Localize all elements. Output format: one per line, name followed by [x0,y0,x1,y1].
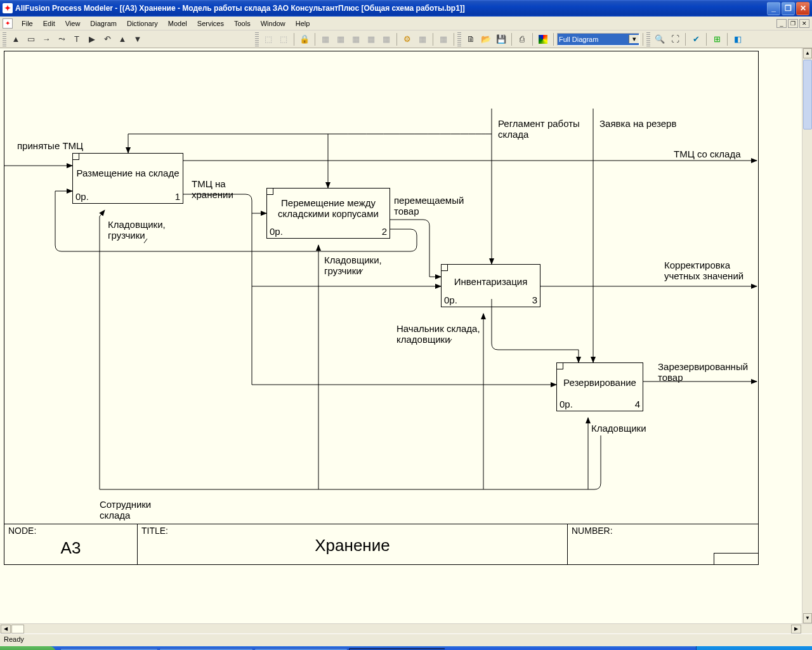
menu-model[interactable]: Model [163,18,192,29]
titlebar: ✦ AllFusion Process Modeler - [(A3) Хран… [0,0,812,17]
new-button[interactable]: 🗎 [464,32,478,46]
label-output-2: Корректировка учетных значений [664,260,753,282]
menu-file[interactable]: File [16,18,38,29]
horizontal-scrollbar[interactable]: ◀ ▶ [0,623,812,633]
scroll-thumb[interactable] [803,60,812,129]
tb-grey-6: ▦ [364,32,378,46]
undo-button[interactable]: ↶ [100,32,114,46]
nav-down-button[interactable]: ▼ [131,32,145,46]
activity-number: 1 [175,191,180,202]
zoom-select[interactable]: Full Diagram▾ [557,33,639,46]
label-mech-2: Кладовщики, грузчики [324,255,394,277]
toolbar-grip-4[interactable] [646,32,650,46]
close-button[interactable]: ✕ [796,2,809,15]
tb-grey-8: ▦ [416,32,429,46]
minimize-button[interactable]: _ [767,2,780,15]
label-moved: перемещаемый товар [394,195,470,217]
title-label: TITLE: [141,526,563,536]
toolbar: ▲ ▭ → ⤳ T ▶ ↶ ▲ ▼ ⬚ ⬚ 🔒 ▦ ▦ ▦ ▦ ▦ ⚙ ▦ ▦ … [0,30,812,48]
diagram-canvas[interactable]: Размещение на складе 0р. 1 Перемещение м… [4,51,759,565]
activity-box-2[interactable]: Перемещение между складскими корпусами 0… [266,188,390,239]
activity-number: 4 [635,399,640,409]
node-value: A3 [8,538,133,558]
save-button[interactable]: 💾 [494,32,508,46]
activity-title: Резервирование [557,377,643,388]
mdi-minimize-button[interactable]: _ [776,19,787,28]
play-button[interactable]: ▶ [85,32,99,46]
start-button[interactable]: пуск [0,646,56,650]
diagram-footer: NODE: A3 TITLE: Хранение NUMBER: [4,524,758,564]
mdi-restore-button[interactable]: ❐ [788,19,798,28]
tb-grey-1: ⬚ [261,32,275,46]
menu-dictionary[interactable]: Dictionary [122,18,163,29]
nav-up-button[interactable]: ▲ [115,32,129,46]
activity-title: Размещение на складе [73,168,183,178]
title-value: Хранение [141,536,563,563]
system-tray[interactable]: RU 21:02 [696,646,812,650]
lock-icon: 🔒 [298,32,311,46]
toolbar-grip-3[interactable] [457,32,461,46]
scroll-right-icon[interactable]: ▶ [791,625,801,633]
window-title: AllFusion Process Modeler - [(A3) Хранен… [15,4,767,13]
activity-title: Инвентаризация [442,276,540,287]
tb-grey-5: ▦ [349,32,363,46]
activity-number: 3 [532,295,537,305]
menu-edit[interactable]: Edit [38,18,60,29]
menu-diagram[interactable]: Diagram [85,18,122,29]
activity-title: Перемещение между складскими корпусами [267,197,390,219]
tb-grey-2: ⬚ [277,32,291,46]
scroll-down-icon[interactable]: ▼ [803,613,812,623]
model-explorer-button[interactable]: ⊞ [710,32,724,46]
number-label: NUMBER: [572,526,754,536]
label-mech-4: Кладовщики [591,423,646,434]
label-mech-3: Начальник склада, кладовщики [396,323,492,345]
tb-grey-4: ▦ [334,32,348,46]
label-control-2: Заявка на резерв [599,118,676,129]
menu-services[interactable]: Services [192,18,229,29]
activity-tool-button[interactable]: ▭ [24,32,38,46]
menubar: ✦ File Edit View Diagram Dictionary Mode… [0,17,812,30]
zoom-in-button[interactable]: 🔍 [653,32,667,46]
arrow-tool-button[interactable]: → [39,32,53,46]
tb-grey-9: ▦ [436,32,450,46]
squiggle-tool-button[interactable]: ⤳ [55,32,69,46]
scroll-up-icon[interactable]: ▲ [803,48,812,58]
menu-tools[interactable]: Tools [229,18,256,29]
workspace: Размещение на складе 0р. 1 Перемещение м… [0,48,812,633]
print-button[interactable]: ⎙ [515,32,529,46]
tb-grey-7: ▦ [379,32,393,46]
maximize-button[interactable]: ❐ [782,2,795,15]
pointer-tool-button[interactable]: ▲ [9,32,23,46]
palette-button[interactable] [536,32,550,46]
label-mech-1: Кладовщики, грузчики [108,219,178,241]
activity-cost: 0р. [560,399,573,409]
tb-grey-3: ▦ [318,32,332,46]
activity-number: 2 [382,226,387,237]
node-label: NODE: [8,526,133,536]
toolbar-grip[interactable] [3,32,6,46]
menu-window[interactable]: Window [256,18,291,29]
report-button[interactable]: ◧ [731,32,745,46]
text-tool-button[interactable]: T [70,32,84,46]
status-text: Ready [4,635,24,643]
activity-box-3[interactable]: Инвентаризация 0р. 3 [441,264,540,307]
menu-view[interactable]: View [60,18,86,29]
open-button[interactable]: 📂 [479,32,493,46]
activity-box-1[interactable]: Размещение на складе 0р. 1 [72,153,183,204]
mdi-close-button[interactable]: ✕ [799,19,809,28]
toolbar-grip-2[interactable] [255,32,259,46]
label-output-1: ТМЦ со склада [674,149,741,159]
vertical-scrollbar[interactable]: ▲ ▼ [802,48,812,623]
activity-cost: 0р. [75,191,89,202]
label-mech-all: Сотрудники склада [100,499,163,521]
sheet-tab[interactable] [11,625,24,633]
spellcheck-button[interactable]: ✔ [689,32,703,46]
zoom-fit-button[interactable]: ⛶ [668,32,682,46]
scroll-left-icon[interactable]: ◀ [1,625,11,633]
label-tmz: ТМЦ на хранении [192,178,242,201]
menu-help[interactable]: Help [291,18,315,29]
statusbar: Ready [0,633,812,646]
org-chart-button[interactable]: ⚙ [400,32,414,46]
activity-box-4[interactable]: Резервирование 0р. 4 [556,362,643,411]
activity-cost: 0р. [270,226,283,237]
